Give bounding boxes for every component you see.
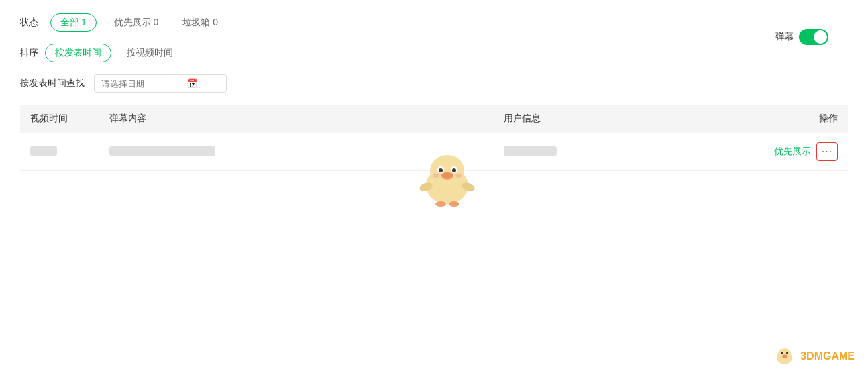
date-input[interactable] xyxy=(101,79,181,89)
danmu-toggle-area: 弹幕 xyxy=(775,29,828,45)
svg-point-12 xyxy=(433,174,439,178)
tab-priority[interactable]: 优先展示 0 xyxy=(107,14,166,31)
toggle-slider[interactable] xyxy=(799,29,828,45)
col-header-content: 弹幕内容 xyxy=(99,105,493,133)
sort-by-post-time[interactable]: 按发表时间 xyxy=(45,44,111,62)
more-menu-button[interactable]: ··· xyxy=(816,142,838,161)
cell-video-time xyxy=(20,133,99,171)
danmu-table: 视频时间 弹幕内容 用户信息 操作 优先展示 xyxy=(20,105,848,171)
date-filter-label: 按发表时间查找 xyxy=(20,78,86,89)
danmu-toggle-label: 弹幕 xyxy=(775,31,794,43)
sort-by-video-time[interactable]: 按视频时间 xyxy=(117,44,183,62)
date-input-wrapper[interactable]: 📅 xyxy=(94,74,227,93)
table-row: 优先展示 ··· xyxy=(20,133,848,171)
watermark-mascot xyxy=(773,345,796,368)
cell-user xyxy=(493,133,730,171)
svg-point-8 xyxy=(419,181,434,193)
tab-trash[interactable]: 垃圾箱 0 xyxy=(176,14,225,31)
svg-point-18 xyxy=(782,355,787,358)
svg-point-6 xyxy=(441,173,453,180)
svg-point-0 xyxy=(426,167,468,204)
col-header-user: 用户信息 xyxy=(493,105,730,133)
svg-point-16 xyxy=(781,352,783,354)
watermark-text: 3DMGAME xyxy=(800,351,855,362)
content-placeholder xyxy=(109,146,215,156)
svg-point-13 xyxy=(455,174,462,178)
col-header-video-time: 视频时间 xyxy=(20,105,99,133)
cell-action: 优先展示 ··· xyxy=(730,133,848,171)
user-placeholder xyxy=(504,146,557,156)
svg-point-11 xyxy=(449,201,459,207)
svg-point-7 xyxy=(441,172,453,178)
cell-content xyxy=(99,133,493,171)
col-header-action: 操作 xyxy=(730,105,848,133)
svg-point-9 xyxy=(461,181,476,193)
action-cell: 优先展示 ··· xyxy=(740,142,838,161)
status-label: 状态 xyxy=(20,17,40,28)
table-header-row: 视频时间 弹幕内容 用户信息 操作 xyxy=(20,105,848,133)
svg-point-10 xyxy=(435,201,446,207)
priority-button[interactable]: 优先展示 xyxy=(774,146,811,158)
watermark: 3DMGAME xyxy=(773,345,855,368)
danmu-toggle-switch[interactable] xyxy=(799,29,828,45)
video-time-placeholder xyxy=(30,146,57,156)
sort-label: 排序 xyxy=(20,47,40,59)
calendar-icon: 📅 xyxy=(186,78,197,89)
tab-all[interactable]: 全部 1 xyxy=(50,13,97,32)
svg-point-17 xyxy=(786,352,788,354)
